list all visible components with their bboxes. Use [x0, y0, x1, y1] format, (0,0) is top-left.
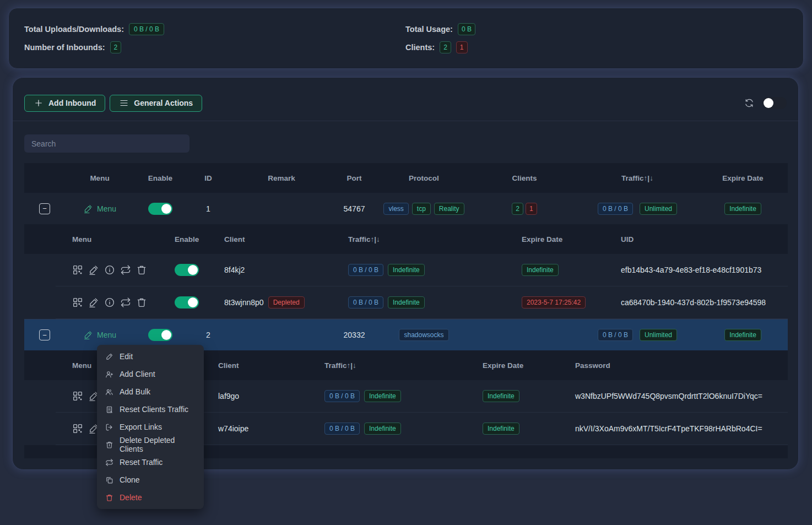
- stat-clients: Clients: 2 1: [405, 41, 475, 54]
- general-actions-label: General Actions: [134, 99, 193, 107]
- traffic-tag: 0 B / 0 B: [348, 264, 383, 276]
- client-actions: [56, 264, 166, 275]
- sub-header-menu: Menu: [56, 235, 166, 243]
- collapse-inbound1-button[interactable]: −: [39, 203, 50, 214]
- clone-icon: [105, 476, 113, 484]
- sub-header-client: Client: [215, 235, 339, 243]
- client-traffic: 0 B / 0 B Indefinite: [316, 390, 474, 402]
- traffic-tag: 0 B / 0 B: [348, 296, 383, 308]
- clients-depleted-tag: 1: [526, 203, 537, 215]
- refresh-icon[interactable]: [744, 98, 754, 108]
- search-input[interactable]: [24, 134, 190, 153]
- edit-icon: [105, 353, 113, 361]
- sub-header-traffic[interactable]: Traffic↑|↓: [316, 361, 474, 370]
- reset-client-traffic-button[interactable]: [120, 264, 131, 275]
- delete-client-button[interactable]: [136, 297, 147, 308]
- delete-client-button[interactable]: [136, 264, 147, 275]
- inbound1-menu-button[interactable]: Menu: [83, 204, 116, 214]
- stats-left: Total Uploads/Downloads: 0 B / 0 B Numbe…: [24, 8, 164, 68]
- inbound2-enable-toggle[interactable]: [148, 329, 172, 341]
- client-name: laf9go: [209, 392, 316, 400]
- menu-item-reset-clients-traffic[interactable]: Reset Clients Traffic: [97, 400, 204, 418]
- traffic-tag: 0 B / 0 B: [324, 390, 360, 402]
- traffic-total-tag: Indefinite: [388, 296, 425, 308]
- stat-total-updown: Total Uploads/Downloads: 0 B / 0 B: [24, 23, 164, 36]
- trash-icon: [105, 494, 113, 502]
- menu-item-add-client[interactable]: Add Client: [97, 365, 204, 383]
- stat-total-usage: Total Usage: 0 B: [405, 23, 475, 36]
- clients-active-value: 2: [440, 41, 451, 53]
- menu-item-export-links[interactable]: Export Links: [97, 418, 204, 436]
- client-name: w74ioipe: [209, 424, 316, 433]
- reset-client-traffic-button[interactable]: [120, 297, 131, 308]
- clients-depleted-value: 1: [456, 41, 468, 53]
- header-expire: Expire Date: [698, 174, 788, 182]
- total-usage-label: Total Usage:: [405, 25, 453, 34]
- client-expire: Indefinite: [474, 390, 566, 402]
- add-inbound-button[interactable]: Add Inbound: [24, 95, 105, 112]
- traffic-total-tag: Indefinite: [364, 390, 401, 402]
- header-enable: Enable: [134, 174, 186, 182]
- client-row-8f4kj2: 8f4kj2 0 B / 0 B Indefinite Indefinite e…: [56, 254, 788, 286]
- client-password: nkV/I/3XoAm9v6xMT/T5IcrF4TpeTKF98rHARbRo…: [566, 424, 788, 433]
- traffic-total-tag: Indefinite: [388, 264, 425, 276]
- client-name: 8f4kj2: [215, 266, 339, 274]
- inbound2-menu-button[interactable]: Menu: [83, 330, 116, 340]
- client-password: w3NfbzUPf5WWd745Q8pvsmQrdrttT2lO6knuI7Di…: [566, 392, 788, 400]
- inbound2-menu-label: Menu: [97, 331, 116, 339]
- file-reset-icon: [105, 405, 113, 414]
- clients-active-tag: 2: [512, 203, 523, 215]
- general-actions-button[interactable]: General Actions: [110, 95, 202, 112]
- toggle-knob: [188, 297, 198, 307]
- sub-header-client: Client: [209, 361, 316, 370]
- plus-icon: [34, 98, 44, 108]
- edit-client-button[interactable]: [88, 264, 99, 275]
- traffic-total-tag: Unlimited: [640, 203, 677, 215]
- qrcode-button[interactable]: [72, 297, 83, 308]
- protocol-tag: tcp: [412, 203, 431, 215]
- edit-icon: [83, 204, 93, 214]
- hamburger-icon: [119, 98, 129, 108]
- menu-item-delete[interactable]: Delete: [97, 489, 204, 506]
- qrcode-button[interactable]: [72, 391, 83, 402]
- menu-item-reset-traffic[interactable]: Reset Traffic: [97, 453, 204, 471]
- qrcode-button[interactable]: [72, 264, 83, 275]
- traffic-tag: 0 B / 0 B: [598, 203, 633, 215]
- client-name: 8t3wjnn8p0: [224, 298, 264, 307]
- toolbar-right: [744, 97, 787, 109]
- inbound2-traffic: 0 B / 0 B Unlimited: [577, 329, 698, 341]
- user-plus-icon: [105, 370, 113, 378]
- sub-header-traffic[interactable]: Traffic↑|↓: [339, 235, 513, 243]
- expire-tag: Indefinite: [724, 203, 761, 215]
- header-menu: Menu: [65, 174, 134, 182]
- dark-mode-toggle[interactable]: [762, 97, 787, 109]
- menu-item-add-bulk[interactable]: Add Bulk: [97, 383, 204, 400]
- toggle-knob: [188, 265, 198, 275]
- client-enable-toggle[interactable]: [175, 264, 199, 276]
- sub-header-enable: Enable: [166, 235, 215, 243]
- header-traffic-sort[interactable]: Traffic↑|↓: [577, 174, 698, 182]
- stats-right: Total Usage: 0 B Clients: 2 1: [405, 8, 475, 68]
- inbounds-label: Number of Inbounds:: [24, 43, 105, 52]
- menu-item-edit[interactable]: Edit: [97, 348, 204, 365]
- sub-header-uid: UID: [612, 235, 788, 243]
- client-expire: Indefinite: [474, 423, 566, 435]
- collapse-inbound2-button[interactable]: −: [39, 329, 50, 340]
- edit-client-button[interactable]: [88, 297, 99, 308]
- header-remark: Remark: [230, 174, 333, 182]
- info-button[interactable]: [104, 297, 115, 308]
- expire-tag: 2023-5-7 17:25:42: [522, 296, 586, 308]
- client-uid: ca68470b-1940-437d-802b-1f9573e94598: [612, 298, 788, 307]
- menu-item-clone[interactable]: Clone: [97, 471, 204, 489]
- menu-item-delete-depleted-clients[interactable]: Delete Depleted Clients: [97, 436, 204, 453]
- inbound1-protocols: vless tcp Reality: [376, 203, 472, 215]
- stat-inbounds: Number of Inbounds: 2: [24, 41, 164, 54]
- inbound-context-menu: Edit Add Client Add Bulk Reset Clients T…: [97, 345, 204, 509]
- inbound1-enable-toggle[interactable]: [148, 203, 172, 215]
- qrcode-button[interactable]: [72, 423, 83, 434]
- info-button[interactable]: [104, 264, 115, 275]
- inbound1-clients: 2 1: [472, 203, 577, 215]
- client-enable-toggle[interactable]: [175, 296, 199, 308]
- stats-card: Total Uploads/Downloads: 0 B / 0 B Numbe…: [8, 8, 804, 69]
- client-row-8t3wjnn8p0: 8t3wjnn8p0 Depleted 0 B / 0 B Indefinite…: [56, 286, 788, 319]
